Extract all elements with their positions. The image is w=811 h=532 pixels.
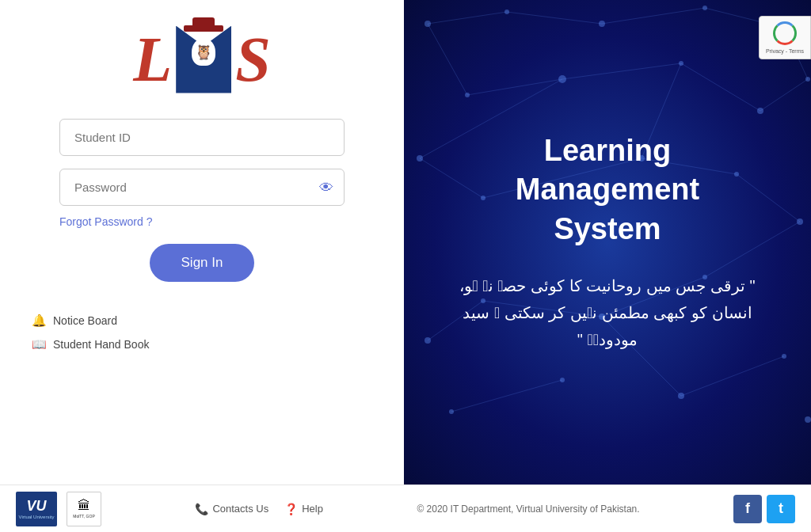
- recaptcha-badge[interactable]: Privacy - Terms: [759, 16, 811, 59]
- footer-copyright: © 2020 IT Department, Virtual University…: [417, 504, 639, 515]
- facebook-button[interactable]: f: [733, 495, 762, 523]
- login-form: 👁 Forgot Password ? Sign In: [59, 119, 345, 282]
- recaptcha-text: Privacy - Terms: [766, 48, 804, 54]
- lms-logo: L 🦉 S: [133, 24, 270, 95]
- svg-line-24: [428, 12, 507, 24]
- forgot-password-link[interactable]: Forgot Password ?: [59, 215, 153, 228]
- lms-title-line2: System: [554, 212, 661, 245]
- bell-icon: 🔔: [32, 314, 47, 328]
- footer-center-links: 📞 Contacts Us ❓ Help: [195, 503, 323, 515]
- svg-point-22: [805, 416, 811, 423]
- password-wrapper: 👁: [59, 169, 345, 206]
- logo-graduation-hat: [184, 17, 223, 32]
- svg-line-33: [428, 24, 467, 95]
- lms-title-line1: Learning Management: [516, 134, 699, 206]
- vu-subtext: Virtual University: [19, 515, 55, 519]
- sign-in-button[interactable]: Sign In: [150, 244, 255, 282]
- vu-logo: VU Virtual University: [16, 492, 57, 526]
- quote-content: ترقی جس میں روحانیت کا کوئی حصہ نہ ہو، ا…: [459, 277, 752, 348]
- help-link[interactable]: ❓ Help: [284, 503, 323, 515]
- left-panel: L 🦉 S 👁 Forgot Password ? S: [0, 0, 404, 484]
- twitter-button[interactable]: t: [767, 495, 795, 523]
- moitt-logo: 🏛 MolTT, GOP: [67, 492, 101, 526]
- quote-text: " ترقی جس میں روحانیت کا کوئی حصہ نہ ہو،…: [457, 272, 758, 353]
- logo-area: L 🦉 S: [133, 24, 270, 95]
- phone-icon: 📞: [195, 503, 208, 515]
- svg-line-31: [562, 63, 681, 79]
- help-icon: ❓: [284, 503, 298, 515]
- moitt-inner: 🏛 MolTT, GOP: [73, 499, 95, 519]
- logo-m-wrapper: 🦉: [172, 24, 235, 95]
- vu-text: VU: [26, 498, 46, 515]
- bottom-links: 🔔 Notice Board 📖 Student Hand Book: [32, 314, 149, 352]
- notice-board-label: Notice Board: [53, 314, 117, 327]
- show-password-icon[interactable]: 👁: [319, 179, 333, 196]
- quote-close: ": [577, 331, 583, 348]
- book-icon: 📖: [32, 337, 47, 352]
- right-panel: Privacy - Terms Learning Management Syst…: [404, 0, 811, 484]
- recaptcha-logo: [773, 21, 797, 45]
- lms-title: Learning Management System: [457, 131, 758, 249]
- contacts-label: Contacts Us: [212, 503, 268, 515]
- moitt-label: MolTT, GOP: [73, 514, 95, 519]
- hat-top: [192, 17, 215, 25]
- footer-logos: VU Virtual University 🏛 MolTT, GOP: [16, 492, 101, 526]
- svg-line-29: [760, 79, 808, 111]
- student-id-input[interactable]: [59, 119, 345, 156]
- svg-line-46: [451, 380, 562, 412]
- moitt-emblem: 🏛: [78, 499, 90, 513]
- quote-open: ": [749, 277, 755, 294]
- svg-line-25: [507, 12, 602, 24]
- logo-letter-s: S: [235, 28, 271, 91]
- hat-brim: [184, 25, 223, 32]
- contacts-link[interactable]: 📞 Contacts Us: [195, 503, 268, 515]
- logo-owl-figure: 🦉: [192, 38, 215, 66]
- footer: VU Virtual University 🏛 MolTT, GOP 📞 Con…: [0, 484, 811, 532]
- student-handbook-label: Student Hand Book: [53, 338, 149, 351]
- svg-line-26: [602, 8, 705, 24]
- svg-line-30: [681, 63, 760, 111]
- help-label: Help: [302, 503, 323, 515]
- right-content: Learning Management System " ترقی جس میں…: [441, 116, 774, 369]
- footer-social: f t: [733, 495, 795, 523]
- notice-board-link[interactable]: 🔔 Notice Board: [32, 314, 149, 328]
- password-input[interactable]: [59, 169, 345, 206]
- student-handbook-link[interactable]: 📖 Student Hand Book: [32, 337, 149, 352]
- logo-letter-l: L: [133, 28, 172, 91]
